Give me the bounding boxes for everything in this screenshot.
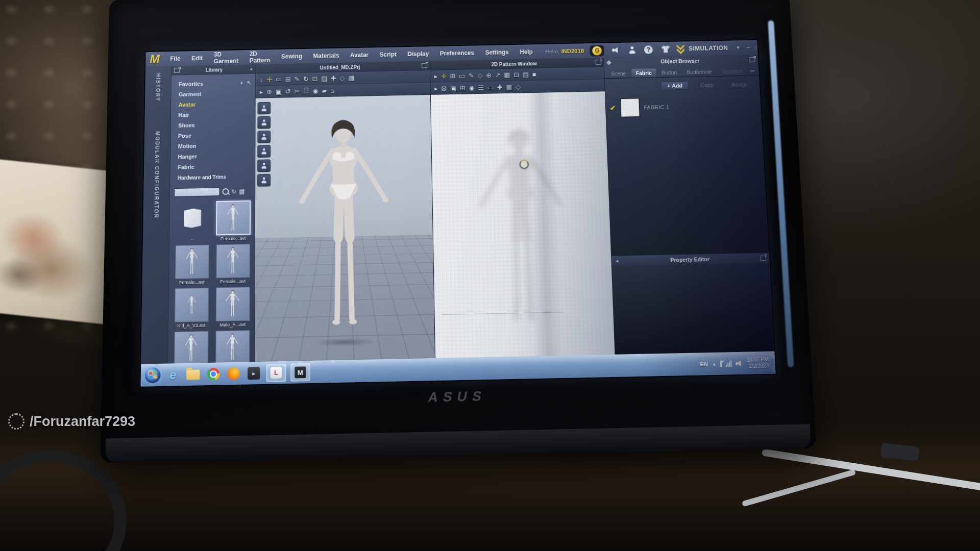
arrow-icon[interactable]: ↖ xyxy=(247,78,251,88)
tool-icon[interactable]: ✂ xyxy=(294,88,300,94)
popout-icon[interactable] xyxy=(596,60,601,65)
check-icon[interactable]: ✔ xyxy=(609,104,616,112)
volume-icon[interactable] xyxy=(736,360,743,367)
tool-icon[interactable]: ✎ xyxy=(294,76,300,82)
menu-help[interactable]: Help xyxy=(514,48,538,56)
search-input[interactable] xyxy=(174,187,220,197)
fabric-swatch[interactable] xyxy=(620,98,639,116)
tool-icon[interactable]: ▣ xyxy=(276,88,282,95)
tool-icon[interactable]: ▤ xyxy=(523,71,529,78)
tool-icon[interactable]: ☰ xyxy=(478,84,484,91)
tool-icon[interactable]: ✛ xyxy=(266,76,272,83)
simulation-toggle[interactable] xyxy=(677,45,683,53)
fabric-list-item[interactable]: ✔ FABRIC 1 xyxy=(605,91,762,122)
tool-icon[interactable]: ▸ xyxy=(260,89,263,95)
simulation-dropdown-caret[interactable]: ▼ xyxy=(736,45,741,51)
action-center-flag-icon[interactable] xyxy=(720,361,722,367)
tool-icon[interactable]: ▦ xyxy=(506,84,512,90)
minimize-button[interactable]: – xyxy=(746,44,750,51)
tool-icon[interactable]: ▰ xyxy=(322,87,327,94)
menu-sewing[interactable]: Sewing xyxy=(276,53,308,60)
assign-fabric-button[interactable]: Assign xyxy=(725,80,755,89)
refresh-icon[interactable]: ↻ xyxy=(231,188,236,194)
library-category-hardware-trims[interactable]: Hardware and Trims xyxy=(170,171,255,184)
tool-icon[interactable]: ▸ xyxy=(434,73,438,80)
library-item-avatar[interactable] xyxy=(172,331,211,364)
tool-icon[interactable]: ↺ xyxy=(285,88,291,95)
menu-preferences[interactable]: Preferences xyxy=(434,49,480,57)
tool-icon[interactable]: ✎ xyxy=(469,72,474,79)
popout-icon[interactable] xyxy=(761,256,767,261)
library-item-parent-folder[interactable]: .. xyxy=(174,201,212,242)
tool-icon[interactable]: ↗ xyxy=(495,71,501,78)
tool-icon[interactable]: ✛ xyxy=(441,73,447,80)
tool-icon[interactable]: ☰ xyxy=(303,88,309,94)
menu-edit[interactable]: Edit xyxy=(186,55,208,62)
tab-modular-configurator[interactable]: MODULAR CONFIGURATOR xyxy=(153,131,160,219)
tool-icon[interactable]: ◇ xyxy=(340,74,345,81)
popout-icon[interactable] xyxy=(422,63,427,68)
avatar-display-button[interactable] xyxy=(258,174,271,187)
tab-buttonhole[interactable]: Buttonhole xyxy=(682,67,717,77)
tool-icon[interactable]: ■ xyxy=(532,71,536,78)
tool-icon[interactable]: ⊡ xyxy=(513,71,519,78)
popout-icon[interactable] xyxy=(749,57,755,62)
avatar-3d-model[interactable] xyxy=(290,112,399,347)
menu-file[interactable]: File xyxy=(165,55,186,62)
library-item-avatar[interactable]: Female...avt xyxy=(214,244,252,285)
collapse-arrow-icon[interactable]: ◄ xyxy=(249,67,253,71)
avatar-display-button[interactable] xyxy=(258,131,271,143)
library-item-avatar[interactable]: Kid_A_V3.avt xyxy=(173,288,211,329)
tool-icon[interactable]: ✚ xyxy=(497,84,503,90)
search-icon[interactable] xyxy=(222,188,229,195)
viewport-2d-canvas[interactable] xyxy=(431,91,615,358)
library-item-avatar[interactable]: Female...avt xyxy=(173,245,211,286)
tool-icon[interactable]: ⊞ xyxy=(450,72,455,79)
tool-icon[interactable]: ▣ xyxy=(450,85,456,91)
tool-icon[interactable]: ⊠ xyxy=(441,85,447,92)
tab-topstitch[interactable]: Topstitch xyxy=(717,67,747,76)
add-fabric-button[interactable]: + Add xyxy=(660,81,689,90)
taskbar-firefox[interactable] xyxy=(226,366,241,382)
taskbar-app-running[interactable]: L xyxy=(266,364,286,382)
maximize-button[interactable]: □ xyxy=(755,44,760,51)
tab-scene[interactable]: Scene xyxy=(606,69,631,78)
sound-button[interactable] xyxy=(612,46,620,54)
view-grid-icon[interactable]: ▦ xyxy=(239,188,244,194)
menu-display[interactable]: Display xyxy=(402,51,435,58)
library-item-avatar[interactable]: Female...avt xyxy=(214,201,252,242)
language-indicator[interactable]: EN xyxy=(700,361,708,367)
tool-icon[interactable]: ▤ xyxy=(321,75,327,82)
menu-avatar[interactable]: Avatar xyxy=(345,52,374,59)
tab-history[interactable]: HISTORY xyxy=(155,73,161,102)
collapse-arrow-icon[interactable]: ◄ xyxy=(615,258,619,263)
taskbar-clock[interactable]: 10:07 PM 2/2/2023 xyxy=(746,357,771,370)
taskbar-marvelous-designer[interactable]: M xyxy=(290,363,310,382)
avatar-display-button[interactable] xyxy=(258,116,271,129)
tab-button[interactable]: Button xyxy=(657,68,681,77)
menu-2d-pattern[interactable]: 2D Pattern xyxy=(244,50,276,64)
menu-3d-garment[interactable]: 3D Garment xyxy=(208,51,244,65)
library-item-avatar[interactable] xyxy=(213,330,252,364)
library-item-avatar[interactable]: Male_A...avt xyxy=(213,287,252,328)
network-icon[interactable] xyxy=(726,361,732,367)
help-button[interactable]: ? xyxy=(644,45,653,54)
tab-overflow-icon[interactable]: – xyxy=(748,66,757,76)
tool-icon[interactable]: ▦ xyxy=(348,74,354,81)
garment-add-button[interactable]: + xyxy=(660,45,671,54)
tool-icon[interactable]: ⊕ xyxy=(266,88,272,95)
tool-icon[interactable]: ✚ xyxy=(331,75,336,82)
popout-icon[interactable] xyxy=(174,68,180,73)
menu-materials[interactable]: Materials xyxy=(308,52,345,60)
tool-icon[interactable]: ⊡ xyxy=(312,75,318,82)
tool-icon[interactable]: ◉ xyxy=(312,87,318,94)
tool-icon[interactable]: ⌂ xyxy=(330,87,334,94)
viewport-3d-canvas[interactable] xyxy=(255,95,435,362)
tool-icon[interactable]: ▦ xyxy=(504,71,510,78)
tool-icon[interactable]: ⊞ xyxy=(285,76,291,83)
menu-script[interactable]: Script xyxy=(374,51,402,58)
menu-settings[interactable]: Settings xyxy=(480,48,514,56)
tool-icon[interactable]: ◉ xyxy=(469,84,474,91)
tool-icon[interactable]: ▭ xyxy=(276,76,282,83)
copy-fabric-button[interactable]: Copy xyxy=(694,80,720,89)
